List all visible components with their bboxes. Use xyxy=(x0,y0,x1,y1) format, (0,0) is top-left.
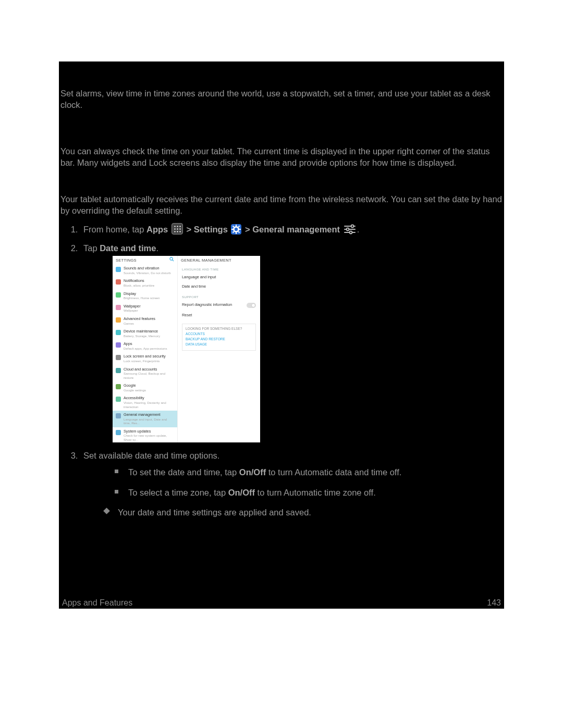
svg-line-16 xyxy=(173,260,174,261)
list-item-title: Advanced features xyxy=(124,317,155,322)
step2-pre: Tap xyxy=(83,243,100,253)
list-item: DisplayBrightness, Home screen xyxy=(113,290,177,302)
toggle-off-icon xyxy=(247,303,256,308)
shot-box-link-backup: BACKUP AND RESTORE xyxy=(186,337,252,341)
shot-row-lang-input: Language and input xyxy=(178,273,260,282)
list-item-title: Cloud and accounts xyxy=(124,367,174,372)
list-item-icon xyxy=(116,292,121,298)
shot-cap-support: SUPPORT xyxy=(178,292,260,300)
svg-line-6 xyxy=(239,231,240,232)
step2-bold: Date and time xyxy=(100,243,156,253)
list-item-title: General management xyxy=(124,413,174,417)
list-item: NotificationsBlock, allow, prioritize xyxy=(113,277,177,289)
list-item: AccessibilityVision, Hearing, Dexterity … xyxy=(113,394,177,411)
svg-point-12 xyxy=(346,228,349,230)
svg-point-15 xyxy=(170,257,173,260)
list-item: WallpaperWallpaper xyxy=(113,302,177,315)
step1-genmgmt: General management xyxy=(252,225,340,234)
b1-pre: To set the date and time, tap xyxy=(128,467,239,477)
shot-row-reset: Reset xyxy=(178,311,260,320)
list-item-desc: Google settings xyxy=(124,388,146,392)
list-item: Device maintenanceBattery, Storage, Memo… xyxy=(113,327,177,340)
list-item-icon xyxy=(116,430,121,435)
b1-post: to turn Automatic data and time off. xyxy=(266,467,401,477)
list-item-title: Apps xyxy=(124,342,167,347)
list-item-title: Accessibility xyxy=(124,396,174,401)
step1-prefix: From home, tap xyxy=(83,225,146,234)
list-item-desc: Block, allow, prioritize xyxy=(124,283,154,287)
list-item-icon xyxy=(116,397,121,402)
svg-line-5 xyxy=(233,226,234,227)
list-item: General managementLanguage and input, Da… xyxy=(113,411,177,427)
list-item-desc: Brightness, Home screen xyxy=(124,296,160,300)
shot-left-title: SETTINGS xyxy=(116,258,137,263)
list-item-icon xyxy=(116,305,121,310)
list-item: Lock screen and securityLock screen, Fin… xyxy=(113,352,177,365)
list-item-title: Wallpaper xyxy=(124,304,141,309)
shot-box-link-data: DATA USAGE xyxy=(186,342,252,347)
list-item-icon xyxy=(116,355,121,360)
shot-box-head: LOOKING FOR SOMETHING ELSE? xyxy=(186,327,252,331)
step3-text: Set available date and time options. xyxy=(83,451,219,460)
list-item-desc: Check for new system update, Show sy... xyxy=(124,434,174,441)
svg-line-8 xyxy=(239,226,240,227)
intro-paragraph: Set alarms, view time in time zones arou… xyxy=(60,61,503,111)
list-item-title: Display xyxy=(124,292,160,297)
step-3: Set available date and time options. To … xyxy=(80,450,503,518)
shot-row-report-diag: Report diagnostic information xyxy=(178,300,260,311)
list-item-desc: Wallpaper xyxy=(124,309,141,312)
apps-grid-icon xyxy=(172,223,183,235)
settings-gear-icon xyxy=(231,224,241,235)
list-item-icon xyxy=(116,267,121,272)
list-item-icon xyxy=(116,279,121,285)
shot-looking-for-box: LOOKING FOR SOMETHING ELSE? ACCOUNTS BAC… xyxy=(182,324,256,351)
general-management-sliders-icon xyxy=(344,224,356,235)
list-item-title: Notifications xyxy=(124,279,154,283)
list-item-desc: Vision, Hearing, Dexterity and interacti… xyxy=(124,401,174,409)
list-item-desc: Samsung Cloud, Backup and restore xyxy=(124,372,174,379)
list-item-desc: Language and input, Date and time, Res..… xyxy=(124,417,174,425)
list-item: AppsDefault apps, App permissions xyxy=(113,340,177,352)
list-item-icon xyxy=(116,384,121,389)
list-item-icon xyxy=(116,413,121,418)
list-item-title: Sounds and vibration xyxy=(124,266,171,271)
list-item: System updatesCheck for new system updat… xyxy=(113,427,177,442)
list-item-desc: Sounds, Vibration, Do not disturb xyxy=(124,271,171,275)
bullet-set-date-time: To set the date and time, tap On/Off to … xyxy=(115,466,503,478)
list-item: Cloud and accountsSamsung Cloud, Backup … xyxy=(113,365,177,382)
list-item-title: System updates xyxy=(124,429,174,434)
step-1: From home, tap Apps > Settings xyxy=(80,223,503,235)
list-item-title: Device maintenance xyxy=(124,329,160,334)
svg-point-10 xyxy=(351,225,353,227)
list-item-title: Lock screen and security xyxy=(124,354,166,359)
step1-sep2: > xyxy=(245,225,252,234)
list-item-icon xyxy=(116,368,121,373)
list-item: GoogleGoogle settings xyxy=(113,381,177,394)
list-item: Sounds and vibrationSounds, Vibration, D… xyxy=(113,264,177,277)
shot-cap-lang: LANGUAGE AND TIME xyxy=(178,264,260,272)
settings-screenshot: SETTINGS Sounds and vibrationSounds, Vib… xyxy=(113,256,260,442)
b2-pre: To select a time zone, tap xyxy=(128,488,228,497)
svg-line-7 xyxy=(233,231,234,232)
bullet-select-timezone: To select a time zone, tap On/Off to tur… xyxy=(115,487,503,498)
step1-apps: Apps xyxy=(146,225,168,234)
search-icon xyxy=(169,257,174,263)
step1-settings: Settings xyxy=(194,225,228,234)
check-time-paragraph: You can always check the time on your ta… xyxy=(60,117,503,169)
footer-page-number: 143 xyxy=(487,597,501,609)
shot-row-date-time: Date and time xyxy=(178,282,260,292)
list-item-desc: Lock screen, Fingerprints xyxy=(124,359,166,363)
set-date-paragraph: Your tablet automatically receives the c… xyxy=(60,175,503,217)
b1-bold: On/Off xyxy=(239,467,266,477)
result-applied: Your date and time settings are applied … xyxy=(104,507,503,518)
step1-sep1: > xyxy=(186,225,193,234)
step1-suffix: . xyxy=(357,225,360,234)
list-item-desc: Battery, Storage, Memory xyxy=(124,334,160,338)
step2-post: . xyxy=(156,243,158,253)
list-item-desc: Default apps, App permissions xyxy=(124,347,167,350)
shot-box-link-accounts: ACCOUNTS xyxy=(186,332,252,336)
b2-bold: On/Off xyxy=(228,488,255,497)
list-item: Advanced featuresGames xyxy=(113,315,177,327)
list-item-desc: Games xyxy=(124,322,155,325)
list-item-icon xyxy=(116,330,121,335)
